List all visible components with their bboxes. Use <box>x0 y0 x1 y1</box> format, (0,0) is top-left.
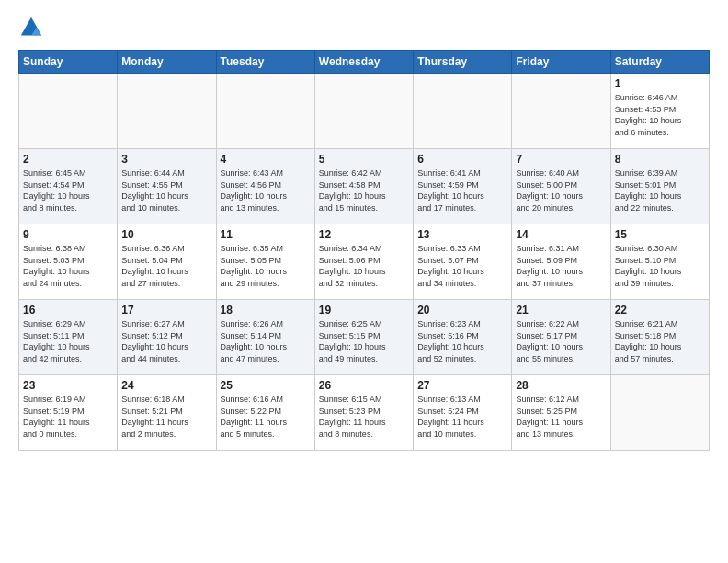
calendar-day-1: 1Sunrise: 6:46 AM Sunset: 4:53 PM Daylig… <box>610 74 709 149</box>
day-number: 16 <box>23 304 113 316</box>
calendar-day-18: 18Sunrise: 6:26 AM Sunset: 5:14 PM Dayli… <box>216 300 314 375</box>
day-info: Sunrise: 6:41 AM Sunset: 4:59 PM Dayligh… <box>417 167 507 213</box>
calendar-day-27: 27Sunrise: 6:13 AM Sunset: 5:24 PM Dayli… <box>414 375 512 451</box>
calendar-empty-cell <box>118 74 216 149</box>
calendar-day-12: 12Sunrise: 6:34 AM Sunset: 5:06 PM Dayli… <box>314 224 413 300</box>
day-info: Sunrise: 6:12 AM Sunset: 5:25 PM Dayligh… <box>516 394 606 440</box>
day-info: Sunrise: 6:38 AM Sunset: 5:03 PM Dayligh… <box>23 243 113 289</box>
calendar-day-4: 4Sunrise: 6:43 AM Sunset: 4:56 PM Daylig… <box>216 149 314 224</box>
day-info: Sunrise: 6:18 AM Sunset: 5:21 PM Dayligh… <box>121 394 211 440</box>
day-number: 3 <box>121 153 211 166</box>
weekday-header-wednesday: Wednesday <box>314 51 413 74</box>
day-number: 27 <box>417 379 507 392</box>
weekday-header-saturday: Saturday <box>610 51 709 74</box>
calendar-week-row: 23Sunrise: 6:19 AM Sunset: 5:19 PM Dayli… <box>19 375 710 451</box>
day-number: 11 <box>221 228 311 241</box>
calendar-day-6: 6Sunrise: 6:41 AM Sunset: 4:59 PM Daylig… <box>414 149 512 224</box>
day-number: 8 <box>615 153 705 166</box>
calendar-day-9: 9Sunrise: 6:38 AM Sunset: 5:03 PM Daylig… <box>19 224 118 300</box>
day-info: Sunrise: 6:34 AM Sunset: 5:06 PM Dayligh… <box>319 243 409 289</box>
day-info: Sunrise: 6:16 AM Sunset: 5:22 PM Dayligh… <box>221 394 311 440</box>
weekday-header-monday: Monday <box>118 51 216 74</box>
day-number: 23 <box>23 379 113 392</box>
day-info: Sunrise: 6:35 AM Sunset: 5:05 PM Dayligh… <box>221 243 311 289</box>
calendar-day-23: 23Sunrise: 6:19 AM Sunset: 5:19 PM Dayli… <box>19 375 118 451</box>
day-number: 5 <box>319 153 409 166</box>
calendar-empty-cell <box>19 74 118 149</box>
weekday-header-tuesday: Tuesday <box>216 51 314 74</box>
day-info: Sunrise: 6:45 AM Sunset: 4:54 PM Dayligh… <box>23 167 113 213</box>
calendar-day-25: 25Sunrise: 6:16 AM Sunset: 5:22 PM Dayli… <box>216 375 314 451</box>
calendar-day-19: 19Sunrise: 6:25 AM Sunset: 5:15 PM Dayli… <box>314 300 413 375</box>
day-number: 26 <box>319 379 409 392</box>
calendar-day-11: 11Sunrise: 6:35 AM Sunset: 5:05 PM Dayli… <box>216 224 314 300</box>
day-info: Sunrise: 6:25 AM Sunset: 5:15 PM Dayligh… <box>319 318 409 364</box>
day-number: 9 <box>23 228 113 241</box>
day-info: Sunrise: 6:40 AM Sunset: 5:00 PM Dayligh… <box>516 167 606 213</box>
calendar-empty-cell <box>610 375 709 451</box>
day-number: 1 <box>615 77 705 90</box>
day-number: 12 <box>319 228 409 241</box>
calendar-day-7: 7Sunrise: 6:40 AM Sunset: 5:00 PM Daylig… <box>512 149 610 224</box>
day-number: 22 <box>615 304 705 316</box>
calendar-header-row: SundayMondayTuesdayWednesdayThursdayFrid… <box>19 51 710 74</box>
day-number: 10 <box>121 228 211 241</box>
day-info: Sunrise: 6:36 AM Sunset: 5:04 PM Dayligh… <box>121 243 211 289</box>
day-info: Sunrise: 6:33 AM Sunset: 5:07 PM Dayligh… <box>417 243 507 289</box>
calendar-day-16: 16Sunrise: 6:29 AM Sunset: 5:11 PM Dayli… <box>19 300 118 375</box>
day-number: 19 <box>319 304 409 316</box>
day-number: 7 <box>516 153 606 166</box>
calendar-table: SundayMondayTuesdayWednesdayThursdayFrid… <box>18 50 710 451</box>
day-number: 28 <box>516 379 606 392</box>
calendar-day-21: 21Sunrise: 6:22 AM Sunset: 5:17 PM Dayli… <box>512 300 610 375</box>
calendar-day-22: 22Sunrise: 6:21 AM Sunset: 5:18 PM Dayli… <box>610 300 709 375</box>
calendar-day-13: 13Sunrise: 6:33 AM Sunset: 5:07 PM Dayli… <box>414 224 512 300</box>
day-info: Sunrise: 6:15 AM Sunset: 5:23 PM Dayligh… <box>319 394 409 440</box>
calendar-empty-cell <box>512 74 610 149</box>
logo <box>18 15 48 40</box>
day-info: Sunrise: 6:31 AM Sunset: 5:09 PM Dayligh… <box>516 243 606 289</box>
calendar-empty-cell <box>216 74 314 149</box>
day-number: 2 <box>23 153 113 166</box>
calendar-day-8: 8Sunrise: 6:39 AM Sunset: 5:01 PM Daylig… <box>610 149 709 224</box>
calendar-empty-cell <box>414 74 512 149</box>
calendar-day-28: 28Sunrise: 6:12 AM Sunset: 5:25 PM Dayli… <box>512 375 610 451</box>
calendar-week-row: 2Sunrise: 6:45 AM Sunset: 4:54 PM Daylig… <box>19 149 710 224</box>
calendar-day-17: 17Sunrise: 6:27 AM Sunset: 5:12 PM Dayli… <box>118 300 216 375</box>
day-info: Sunrise: 6:30 AM Sunset: 5:10 PM Dayligh… <box>615 243 705 289</box>
calendar-day-10: 10Sunrise: 6:36 AM Sunset: 5:04 PM Dayli… <box>118 224 216 300</box>
weekday-header-thursday: Thursday <box>414 51 512 74</box>
day-info: Sunrise: 6:27 AM Sunset: 5:12 PM Dayligh… <box>121 318 211 364</box>
calendar-week-row: 1Sunrise: 6:46 AM Sunset: 4:53 PM Daylig… <box>19 74 710 149</box>
day-number: 20 <box>417 304 507 316</box>
day-number: 15 <box>615 228 705 241</box>
calendar-day-14: 14Sunrise: 6:31 AM Sunset: 5:09 PM Dayli… <box>512 224 610 300</box>
logo-icon <box>18 15 44 40</box>
day-number: 18 <box>221 304 311 316</box>
page-header <box>18 15 710 40</box>
day-info: Sunrise: 6:39 AM Sunset: 5:01 PM Dayligh… <box>615 167 705 213</box>
day-info: Sunrise: 6:26 AM Sunset: 5:14 PM Dayligh… <box>221 318 311 364</box>
day-number: 13 <box>417 228 507 241</box>
calendar-empty-cell <box>314 74 413 149</box>
calendar-day-5: 5Sunrise: 6:42 AM Sunset: 4:58 PM Daylig… <box>314 149 413 224</box>
day-number: 24 <box>121 379 211 392</box>
day-info: Sunrise: 6:44 AM Sunset: 4:55 PM Dayligh… <box>121 167 211 213</box>
calendar-week-row: 9Sunrise: 6:38 AM Sunset: 5:03 PM Daylig… <box>19 224 710 300</box>
day-info: Sunrise: 6:21 AM Sunset: 5:18 PM Dayligh… <box>615 318 705 364</box>
calendar-day-26: 26Sunrise: 6:15 AM Sunset: 5:23 PM Dayli… <box>314 375 413 451</box>
day-number: 4 <box>221 153 311 166</box>
day-info: Sunrise: 6:42 AM Sunset: 4:58 PM Dayligh… <box>319 167 409 213</box>
day-info: Sunrise: 6:43 AM Sunset: 4:56 PM Dayligh… <box>221 167 311 213</box>
calendar-day-2: 2Sunrise: 6:45 AM Sunset: 4:54 PM Daylig… <box>19 149 118 224</box>
day-info: Sunrise: 6:19 AM Sunset: 5:19 PM Dayligh… <box>23 394 113 440</box>
page-container: SundayMondayTuesdayWednesdayThursdayFrid… <box>0 0 728 563</box>
day-info: Sunrise: 6:23 AM Sunset: 5:16 PM Dayligh… <box>417 318 507 364</box>
day-info: Sunrise: 6:46 AM Sunset: 4:53 PM Dayligh… <box>615 92 705 138</box>
day-number: 21 <box>516 304 606 316</box>
calendar-day-3: 3Sunrise: 6:44 AM Sunset: 4:55 PM Daylig… <box>118 149 216 224</box>
calendar-week-row: 16Sunrise: 6:29 AM Sunset: 5:11 PM Dayli… <box>19 300 710 375</box>
calendar-day-24: 24Sunrise: 6:18 AM Sunset: 5:21 PM Dayli… <box>118 375 216 451</box>
day-info: Sunrise: 6:29 AM Sunset: 5:11 PM Dayligh… <box>23 318 113 364</box>
day-number: 14 <box>516 228 606 241</box>
